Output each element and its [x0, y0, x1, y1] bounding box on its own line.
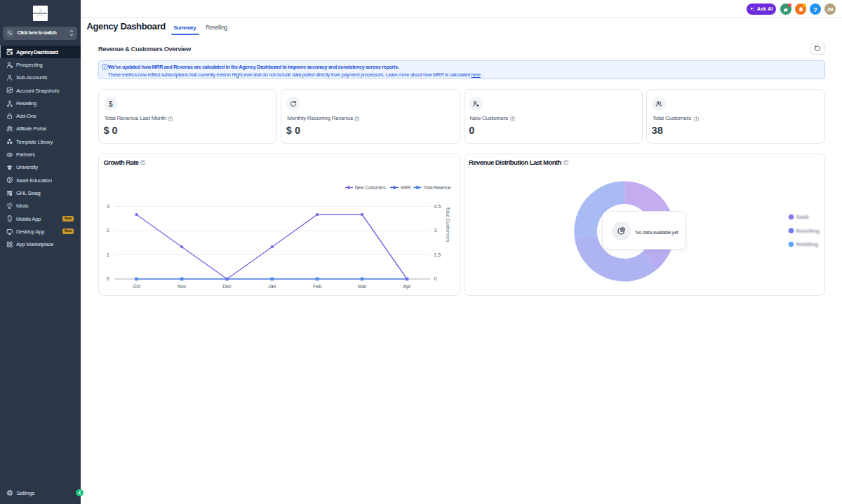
svg-text:3: 3 — [434, 228, 436, 233]
svg-text:Mar: Mar — [358, 284, 367, 289]
svg-text:Total Revenue: Total Revenue — [423, 185, 450, 190]
svg-text:2: 2 — [107, 228, 109, 233]
svg-text:1.5: 1.5 — [434, 252, 441, 257]
svg-text:Apr: Apr — [403, 284, 412, 290]
svg-text:MRR: MRR — [401, 185, 411, 190]
svg-text:Total Customers: Total Customers — [446, 207, 450, 243]
svg-text:1: 1 — [107, 252, 109, 257]
svg-text:4.5: 4.5 — [434, 204, 441, 209]
svg-text:0: 0 — [107, 276, 109, 281]
svg-text:Feb: Feb — [313, 284, 321, 289]
svg-text:Reselling: Reselling — [796, 228, 820, 234]
svg-text:Dec: Dec — [222, 284, 232, 289]
svg-text:Rebilling: Rebilling — [796, 241, 818, 247]
svg-text:Oct: Oct — [133, 284, 140, 289]
svg-text:3: 3 — [107, 204, 109, 209]
svg-text:SaaS: SaaS — [796, 214, 808, 220]
svg-text:New Customers: New Customers — [354, 185, 386, 190]
svg-text:0: 0 — [434, 276, 436, 281]
svg-text:Nov: Nov — [178, 284, 187, 289]
svg-text:Jan: Jan — [268, 284, 276, 289]
